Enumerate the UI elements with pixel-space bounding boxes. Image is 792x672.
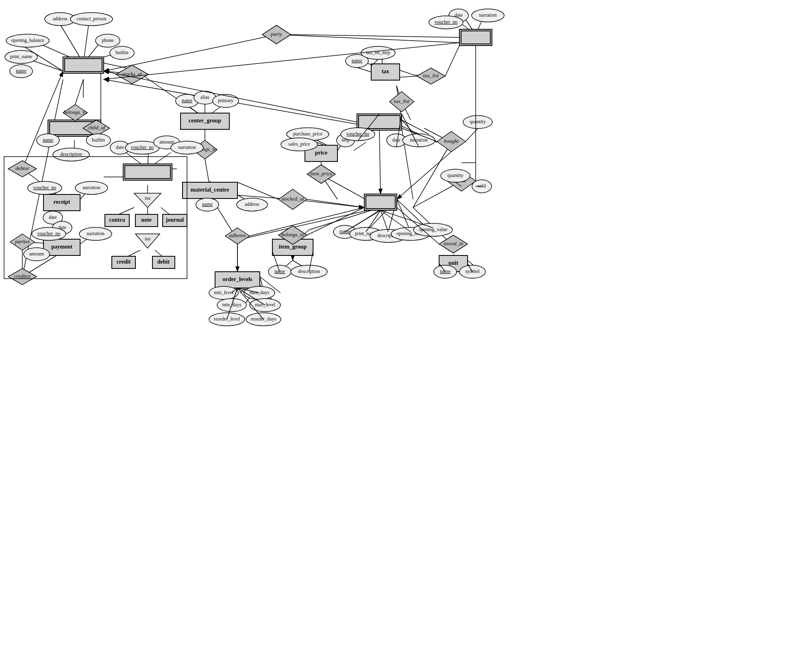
attr-quantity-sold-label: quantity	[447, 172, 463, 178]
svg-rect-113	[65, 59, 102, 72]
attr-alias-cg-label: alias	[200, 94, 209, 100]
attr-name-account: name	[10, 65, 33, 78]
svg-line-216	[400, 76, 417, 77]
relationship-debtor-label: debtor	[15, 165, 30, 171]
relationship-creditor-label: creditor	[14, 273, 31, 279]
entity-account: account	[63, 57, 104, 73]
entity-sales: sales	[459, 29, 492, 46]
attr-contact-person-label: contact_person	[77, 16, 107, 22]
attr-name-tax-label: name	[352, 58, 362, 63]
attr-narration-sales: narration	[472, 9, 504, 22]
relationship-adheres: adheres	[225, 228, 250, 244]
attr-voucher-payment: voucher_no	[32, 227, 66, 240]
attr-amount-trans-label: amount	[159, 139, 174, 145]
attr-narration-trans-label: narration	[178, 144, 196, 150]
attr-name-cg-label: name	[182, 98, 192, 103]
attr-date-purchase-label: date	[392, 137, 400, 143]
svg-rect-128	[366, 196, 395, 209]
svg-rect-117	[125, 166, 170, 179]
isa-1-label: isa	[145, 195, 150, 201]
attr-builtin-acctgrp: builtin	[86, 134, 111, 147]
attr-narration-purchase-label: narration	[410, 137, 427, 143]
entity-transactions: transactions	[123, 164, 172, 180]
entity-receipt-label: receipt	[54, 199, 70, 205]
entity-debit-label: debit	[157, 259, 170, 265]
attr-description-acctgrp: description	[53, 148, 89, 161]
isa-triangle-1: isa	[134, 193, 161, 207]
attr-amount-payment-label: amount	[29, 251, 44, 257]
attr-phone: phone	[96, 34, 120, 47]
relationship-creditor: creditor	[8, 268, 37, 285]
entity-credit: credit	[112, 256, 135, 268]
er-diagram-canvas: text { font-family: 'Times New Roman', s…	[0, 0, 792, 672]
attr-primary-cg-label: primary	[218, 98, 233, 103]
svg-line-215	[445, 46, 459, 76]
attr-opening-value-label: opening_value	[419, 227, 448, 232]
entity-tax: tax	[371, 64, 400, 80]
attr-primary-cg: primary	[213, 94, 239, 107]
entity-price-label: price	[315, 150, 327, 156]
attr-tax-on-mrp: tax_on_mrp	[361, 46, 395, 59]
relationship-child-of-label: child_of	[88, 124, 106, 131]
attr-opening-balance-label: opening_balance	[11, 37, 44, 43]
relationship-belongs-to-item-label: belongs_to	[281, 231, 305, 238]
relationship-adheres-label: adheres	[229, 232, 246, 238]
entity-material-centre: material_centre	[183, 182, 237, 199]
isa-triangle-2: isa	[135, 234, 160, 248]
attr-opening-value: opening_value	[413, 223, 453, 236]
attr-name-acctgrp-label: name	[43, 137, 53, 143]
svg-line-236	[381, 210, 388, 232]
attr-date-trans-label: date	[116, 144, 124, 150]
entity-center-group: center_group	[181, 113, 229, 129]
relationship-belongs-to-account: belongs_to	[63, 105, 87, 121]
entity-item: item	[364, 194, 397, 210]
attr-min-level: min_level	[209, 286, 238, 299]
attr-max-level-label: max_level	[255, 302, 276, 308]
attr-print-name-account: print_name	[5, 50, 37, 63]
svg-line-222	[307, 199, 364, 207]
attr-voucher-sales-label: voucher_no	[435, 19, 458, 25]
attr-narration-receipt-label: narration	[83, 185, 100, 190]
attr-address-mc-label: address	[245, 201, 259, 207]
attr-builtin-account: builtin	[110, 46, 134, 59]
relationship-parties-label: parties	[15, 238, 30, 244]
attr-narration-sales-label: narration	[479, 12, 496, 18]
attr-builtin-acctgrp-label: builtin	[92, 137, 104, 143]
attr-voucher-sales: voucher_no	[429, 16, 463, 29]
entity-receipt: receipt	[44, 194, 80, 211]
relationship-stored-in: stored_in	[439, 235, 468, 253]
attr-voucher-payment-label: voucher_no	[37, 231, 61, 236]
entity-order-levels: order_levels	[215, 272, 260, 288]
relationship-stocked-at-label: stocked_at	[281, 196, 304, 202]
relationship-party-label: party	[270, 31, 282, 37]
entity-material-centre-label: material_centre	[191, 187, 229, 193]
attr-sales-price: sales_price	[281, 138, 318, 151]
svg-line-244	[357, 68, 371, 72]
isa-2-label: isa	[145, 236, 150, 242]
entity-credit-label: credit	[117, 259, 131, 265]
svg-line-249	[104, 43, 459, 79]
entity-debit: debit	[152, 256, 175, 268]
attr-voucher-receipt: voucher_no	[28, 181, 62, 194]
attr-voucher-trans-label: voucher_no	[131, 144, 154, 150]
relationship-belongs-to-account-label: belongs_to	[63, 109, 87, 115]
attr-opening-balance: opening_balance	[6, 34, 49, 47]
entity-tax-label: tax	[382, 68, 389, 74]
svg-line-10	[75, 79, 83, 105]
relationship-party: party	[262, 25, 291, 44]
attr-name-mc-label: name	[202, 201, 213, 207]
svg-line-218	[291, 35, 459, 37]
svg-line-87	[354, 142, 366, 151]
attr-reorder-days-label: reorder_days	[251, 316, 276, 322]
relationship-bought-label: bought	[444, 138, 459, 144]
attr-name-acctgrp: name	[37, 134, 59, 147]
attr-contact-person: contact_person	[70, 13, 113, 26]
attr-voucher-receipt-label: voucher_no	[33, 185, 57, 190]
entity-order-levels-label: order_levels	[222, 276, 252, 282]
entity-journal: journal	[163, 214, 187, 227]
attr-voucher-purchase: voucher_no	[341, 128, 375, 141]
attr-narration-payment: narration	[79, 227, 112, 240]
svg-rect-123	[359, 116, 400, 129]
attr-narration-payment-label: narration	[87, 231, 104, 236]
attr-amount-payment: amount	[24, 248, 50, 261]
